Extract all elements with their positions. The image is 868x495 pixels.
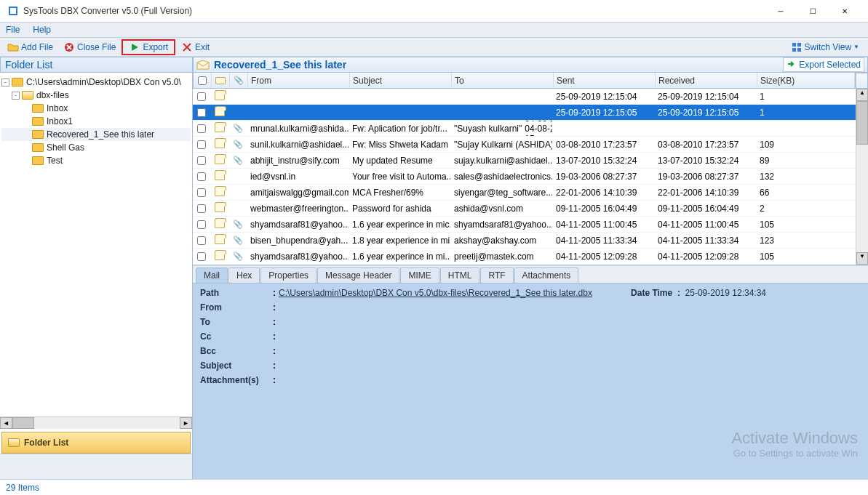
col-to[interactable]: To xyxy=(452,73,554,88)
cell-size: 1 xyxy=(757,89,856,104)
scroll-up-icon[interactable]: ▲ xyxy=(856,89,868,101)
tree-node[interactable]: Inbox xyxy=(1,102,191,115)
expand-toggle-icon[interactable]: - xyxy=(12,92,20,100)
export-selected-button[interactable]: Export Selected xyxy=(783,57,864,72)
paperclip-icon: 📎 xyxy=(233,220,243,229)
select-all-checkbox[interactable] xyxy=(198,76,207,85)
play-icon xyxy=(129,41,140,53)
cell-to: preetij@mastek.com xyxy=(451,249,553,264)
switch-view-button[interactable]: Switch View ▼ xyxy=(787,41,864,54)
message-row[interactable]: 📎 shyamdsaraf81@yahoo... 1.6 year experi… xyxy=(193,249,856,265)
scroll-thumb[interactable] xyxy=(12,417,34,429)
paperclip-icon: 📎 xyxy=(233,156,243,165)
from-label: From xyxy=(200,302,273,313)
message-row[interactable]: 📎 abhijit_instru@sify.com My updated Res… xyxy=(193,153,856,169)
cell-received: 03-08-2010 17:23:57 xyxy=(655,137,757,152)
window-title: SysTools DBX Converter v5.0 (Full Versio… xyxy=(23,6,765,16)
menu-file[interactable]: File xyxy=(6,25,20,35)
cc-label: Cc xyxy=(200,331,273,342)
menubar: File Help xyxy=(0,22,868,38)
message-row[interactable]: ied@vsnl.in Your free visit to Automa...… xyxy=(193,169,856,185)
close-button[interactable]: ✕ xyxy=(829,1,861,21)
preview-tab[interactable]: Message Header xyxy=(317,267,399,283)
preview-pane: MailHexPropertiesMessage HeaderMIMEHTMLR… xyxy=(193,265,868,479)
preview-tab[interactable]: Mail xyxy=(196,267,228,283)
folder-tree[interactable]: -C:\Users\admin\Desktop\DBX Con v5.0\-db… xyxy=(0,73,192,416)
grid-icon xyxy=(791,41,803,53)
preview-tab[interactable]: MIME xyxy=(400,267,439,283)
message-row[interactable]: 📎 sunil.kulkarni@ashidael... Fw: Miss Sh… xyxy=(193,137,856,153)
message-row[interactable]: 📎 bisen_bhupendra@yah... 1.8 year experi… xyxy=(193,233,856,249)
message-row[interactable]: 25-09-2019 12:15:04 25-09-2019 12:15:04 … xyxy=(193,89,856,105)
cell-received: 04-11-2005 12:09:28 xyxy=(655,249,757,264)
col-attachment[interactable]: 📎 xyxy=(230,73,248,88)
envelope-open-icon xyxy=(215,93,225,100)
sidebar: Folder List -C:\Users\admin\Desktop\DBX … xyxy=(0,57,193,479)
tree-node[interactable]: Shell Gas xyxy=(1,141,191,154)
tree-node[interactable]: -dbx-files xyxy=(1,89,191,102)
content-header: Recovered_1_See this later Export Select… xyxy=(193,57,868,73)
preview-tab[interactable]: Attachments xyxy=(514,267,579,283)
preview-tab[interactable]: Hex xyxy=(228,267,260,283)
path-link[interactable]: C:\Users\admin\Desktop\DBX Con v5.0\dbx-… xyxy=(279,288,592,298)
row-checkbox[interactable] xyxy=(197,140,206,149)
tree-node[interactable]: Recovered_1_See this later xyxy=(1,128,191,141)
message-row[interactable]: 25-09-2019 12:15:05 25-09-2019 12:15:05 … xyxy=(193,105,856,121)
minimize-button[interactable]: ─ xyxy=(765,1,797,21)
col-sent[interactable]: Sent xyxy=(554,73,656,88)
export-button[interactable]: Export xyxy=(122,39,175,55)
exit-button[interactable]: Exit xyxy=(177,41,214,54)
col-checkbox[interactable] xyxy=(194,73,212,88)
message-row[interactable]: webmaster@freerington... Password for as… xyxy=(193,201,856,217)
row-checkbox[interactable] xyxy=(197,204,206,213)
tree-node[interactable]: Test xyxy=(1,154,191,167)
col-subject[interactable]: Subject xyxy=(350,73,452,88)
preview-tab[interactable]: HTML xyxy=(440,267,480,283)
col-from[interactable]: From xyxy=(248,73,350,88)
message-row[interactable]: amitjaiswalgg@gmail.com MCA Fresher/69% … xyxy=(193,185,856,201)
horizontal-scrollbar[interactable]: ◄ ► xyxy=(0,416,192,429)
preview-tab[interactable]: RTF xyxy=(480,267,513,283)
scroll-left-icon[interactable]: ◄ xyxy=(0,417,12,429)
maximize-button[interactable]: ☐ xyxy=(797,1,829,21)
vertical-scrollbar[interactable]: ▲ ▼ xyxy=(856,73,868,265)
folder-list-tab[interactable]: Folder List xyxy=(1,432,191,454)
cell-sent: 22-01-2006 14:10:39 xyxy=(553,185,655,200)
message-row[interactable]: 📎 shyamdsaraf81@yahoo... 1.6 year experi… xyxy=(193,217,856,233)
cell-from: bisen_bhupendra@yah... xyxy=(247,233,349,248)
folder-icon xyxy=(12,78,23,86)
row-checkbox[interactable] xyxy=(197,108,206,117)
tree-node[interactable]: -C:\Users\admin\Desktop\DBX Con v5.0\ xyxy=(1,76,191,89)
row-checkbox[interactable] xyxy=(197,92,206,101)
col-envelope[interactable] xyxy=(212,73,230,88)
scroll-right-icon[interactable]: ► xyxy=(180,417,192,429)
preview-tab[interactable]: Properties xyxy=(260,267,316,283)
cell-from: amitjaiswalgg@gmail.com xyxy=(247,185,349,200)
col-received[interactable]: Received xyxy=(656,73,757,88)
tree-node[interactable]: Inbox1 xyxy=(1,115,191,128)
cell-size: 123 xyxy=(757,233,856,248)
scroll-thumb-v[interactable] xyxy=(856,101,868,145)
add-file-button[interactable]: Add File xyxy=(3,41,57,54)
expand-toggle-icon[interactable]: - xyxy=(1,79,9,86)
close-file-button[interactable]: Close File xyxy=(59,41,120,54)
row-checkbox[interactable] xyxy=(197,124,206,133)
message-grid-header: 📎 From Subject To Sent Received Size(KB) xyxy=(193,73,856,89)
row-checkbox[interactable] xyxy=(197,156,206,165)
cell-size: 105 xyxy=(757,249,856,264)
message-grid[interactable]: 25-09-2019 12:15:04 25-09-2019 12:15:04 … xyxy=(193,89,856,265)
row-checkbox[interactable] xyxy=(197,236,206,245)
folder-icon xyxy=(32,104,44,113)
menu-help[interactable]: Help xyxy=(33,25,51,35)
row-checkbox[interactable] xyxy=(197,188,206,197)
row-checkbox[interactable] xyxy=(197,172,206,181)
col-size[interactable]: Size(KB) xyxy=(757,73,855,88)
envelope-open-icon xyxy=(215,157,225,164)
scroll-down-icon[interactable]: ▼ xyxy=(856,252,868,265)
row-checkbox[interactable] xyxy=(197,252,206,261)
envelope-open-icon xyxy=(215,205,225,212)
row-checkbox[interactable] xyxy=(197,220,206,229)
message-row[interactable]: 📎 mrunal.kulkarni@ashida... Fw: Aplicati… xyxy=(193,121,856,137)
cell-subject: My updated Resume xyxy=(349,153,451,168)
cell-sent: 25-09-2019 12:15:04 xyxy=(553,89,655,104)
